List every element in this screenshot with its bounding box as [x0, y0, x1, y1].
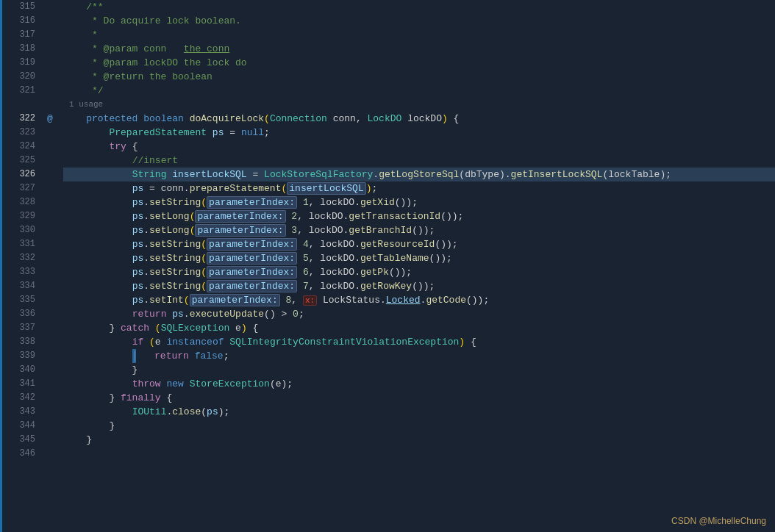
code-content: 315 316 317 318 319 320 321 --- 322 323 … — [0, 0, 775, 532]
gutter-317 — [43, 28, 57, 42]
line-num-345: 345 — [2, 433, 35, 447]
line-num-334: 334 — [2, 279, 35, 293]
gutter-320 — [43, 70, 57, 84]
gutter-316 — [43, 14, 57, 28]
code-line-323: PreparedStatement ps = null; — [63, 126, 775, 140]
code-line-345: } — [63, 433, 775, 447]
line-num-322: 322 — [2, 112, 35, 126]
line-num-338: 338 — [2, 335, 35, 349]
gutter-336 — [43, 307, 57, 321]
code-line-322: protected boolean doAcquireLock(Connecti… — [63, 112, 775, 126]
line-num-336: 336 — [2, 307, 35, 321]
gutter-usage — [43, 98, 57, 112]
gutter-338 — [43, 335, 57, 349]
line-num-324: 324 — [2, 140, 35, 154]
line-num-341: 341 — [2, 377, 35, 391]
code-line-343: IOUtil.close(ps); — [63, 405, 775, 419]
gutter: @ — [43, 0, 57, 532]
gutter-339 — [43, 349, 57, 363]
code-line-325: //insert — [63, 154, 775, 168]
line-num-327: 327 — [2, 181, 35, 195]
line-num-330: 330 — [2, 223, 35, 237]
code-line-335: ps.setInt(parameterIndex: 8, x: LockStat… — [63, 293, 775, 307]
line-num-346: 346 — [2, 447, 35, 461]
line-num-321: 321 — [2, 84, 35, 98]
gutter-345 — [43, 433, 57, 447]
line-num-333: 333 — [2, 265, 35, 279]
line-num-328: 328 — [2, 195, 35, 209]
line-num-335: 335 — [2, 293, 35, 307]
code-line-331: ps.setString(parameterIndex: 4, lockDO.g… — [63, 237, 775, 251]
line-num-325: 325 — [2, 154, 35, 168]
gutter-326 — [43, 168, 57, 181]
code-line-318: * @param conn the_conn — [63, 42, 775, 56]
gutter-342 — [43, 391, 57, 405]
line-num-317: 317 — [2, 28, 35, 42]
code-line-333: ps.setString(parameterIndex: 6, lockDO.g… — [63, 265, 775, 279]
line-num-337: 337 — [2, 321, 35, 335]
gutter-332 — [43, 251, 57, 265]
usage-hint: 1 usage — [63, 98, 775, 112]
gutter-318 — [43, 42, 57, 56]
gutter-343 — [43, 405, 57, 419]
gutter-344 — [43, 419, 57, 433]
code-line-334: ps.setString(parameterIndex: 7, lockDO.g… — [63, 279, 775, 293]
gutter-328 — [43, 195, 57, 209]
gutter-325 — [43, 154, 57, 168]
line-num-331: 331 — [2, 237, 35, 251]
code-line-329: ps.setLong(parameterIndex: 2, lockDO.get… — [63, 209, 775, 223]
line-num-332: 332 — [2, 251, 35, 265]
gutter-333 — [43, 265, 57, 279]
gutter-324 — [43, 140, 57, 154]
line-num-342: 342 — [2, 391, 35, 405]
watermark: CSDN @MichelleChung — [671, 516, 766, 526]
gutter-329 — [43, 209, 57, 223]
gutter-322: @ — [43, 112, 57, 126]
line-num-319: 319 — [2, 56, 35, 70]
line-num-320: 320 — [2, 70, 35, 84]
code-line-341: throw new StoreException(e); — [63, 377, 775, 391]
code-line-315: /** — [63, 0, 775, 14]
code-line-336: return ps.executeUpdate() > 0; — [63, 307, 775, 321]
gutter-337 — [43, 321, 57, 335]
line-num-323: 323 — [2, 126, 35, 140]
gutter-335 — [43, 293, 57, 307]
code-line-327: ps = conn.prepareStatement(insertLockSQL… — [63, 181, 775, 195]
code-line-342: } finally { — [63, 391, 775, 405]
code-line-340: } — [63, 363, 775, 377]
line-num-329: 329 — [2, 209, 35, 223]
code-line-317: * — [63, 28, 775, 42]
gutter-341 — [43, 377, 57, 391]
code-line-326: String insertLockSQL = LockStoreSqlFacto… — [63, 168, 775, 181]
line-num-343: 343 — [2, 405, 35, 419]
code-line-330: ps.setLong(parameterIndex: 3, lockDO.get… — [63, 223, 775, 237]
code-line-337: } catch (SQLException e) { — [63, 321, 775, 335]
gutter-346 — [43, 447, 57, 461]
gutter-321 — [43, 84, 57, 98]
line-num-315: 315 — [2, 0, 35, 14]
code-line-346 — [63, 447, 775, 461]
line-num-339: 339 — [2, 349, 35, 363]
line-num-318: 318 — [2, 42, 35, 56]
code-line-319: * @param lockDO the lock do — [63, 56, 775, 70]
code-line-320: * @return the boolean — [63, 70, 775, 84]
line-num-usage: --- — [2, 98, 35, 112]
left-border — [0, 0, 2, 532]
gutter-323 — [43, 126, 57, 140]
gutter-315 — [43, 0, 57, 14]
code-editor: 315 316 317 318 319 320 321 --- 322 323 … — [0, 0, 775, 532]
code-line-344: } — [63, 419, 775, 433]
code-line-324: try { — [63, 140, 775, 154]
gutter-331 — [43, 237, 57, 251]
line-numbers: 315 316 317 318 319 320 321 --- 322 323 … — [2, 0, 43, 532]
line-num-340: 340 — [2, 363, 35, 377]
gutter-340 — [43, 363, 57, 377]
code-line-338: if (e instanceof SQLIntegrityConstraintV… — [63, 335, 775, 349]
code-line-328: ps.setString(parameterIndex: 1, lockDO.g… — [63, 195, 775, 209]
gutter-319 — [43, 56, 57, 70]
code-line-339: │ return false; — [63, 349, 775, 363]
code-line-321: */ — [63, 84, 775, 98]
code-lines: /** * Do acquire lock boolean. * * @para… — [57, 0, 775, 532]
gutter-330 — [43, 223, 57, 237]
line-num-326: 326 — [2, 168, 35, 181]
